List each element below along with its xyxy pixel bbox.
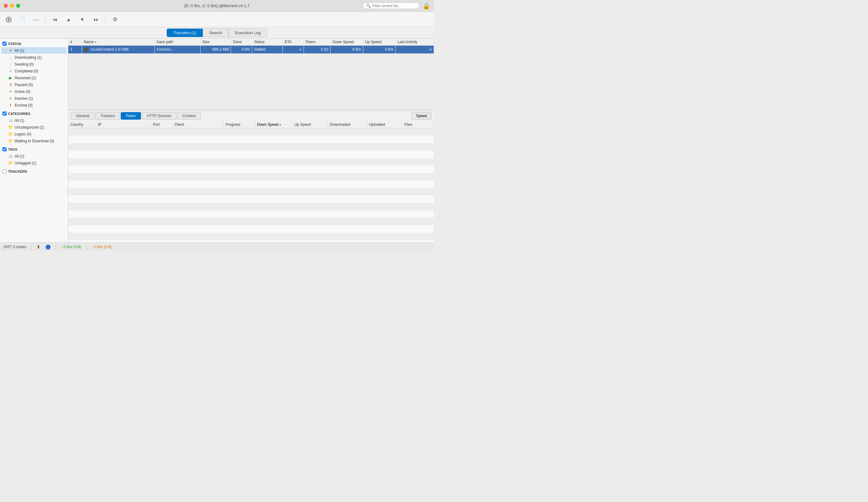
sidebar-item-paused[interactable]: ⏸ Paused (0) [1, 81, 67, 88]
sidebar-item-label: Downloading (1) [14, 55, 42, 60]
categories-section-header: CATEGORIES [0, 110, 68, 117]
sidebar-item-untagged[interactable]: 📁 Untagged (1) [1, 160, 67, 166]
sidebar-item-label: Active (0) [14, 89, 30, 94]
name-sort-arrow: ▾ [95, 40, 96, 44]
peers-col-uploaded[interactable]: Uploaded [367, 121, 402, 128]
tab-trackers[interactable]: Trackers [95, 112, 120, 120]
inactive-icon: ▾ [8, 96, 13, 101]
active-icon: ▾ [8, 89, 13, 94]
resume-button[interactable]: ▲ [63, 14, 74, 25]
status-section-header: STATUS [0, 40, 68, 47]
tab-content[interactable]: Content [177, 112, 201, 120]
settings-button[interactable]: ⚙ [109, 14, 121, 25]
sidebar-item-label: Resumed (1) [14, 76, 36, 80]
col-header-eta[interactable]: ETA [282, 39, 303, 46]
peers-col-files[interactable]: Files [402, 121, 434, 128]
col-header-savepath[interactable]: Save path [154, 39, 200, 46]
tab-transfers[interactable]: Transfers (1) [167, 29, 203, 37]
table-row [68, 188, 434, 195]
tab-http-sources[interactable]: HTTP Sources [142, 112, 176, 120]
table-row [68, 180, 434, 188]
sidebar-item-label: Uncategorized (1) [14, 125, 44, 130]
table-row [68, 218, 434, 225]
toolbar: 📄 — ⏮ ▲ ▼ ⏭ ⚙ [0, 12, 434, 27]
sidebar-item-all-status[interactable]: ▾ All (1) [1, 47, 67, 54]
col-header-status[interactable]: Status [252, 39, 283, 46]
status-label: STATUS [8, 42, 21, 46]
table-row[interactable]: 1 ccLiveContent-1.0-i386 /Users/o... 686… [68, 46, 434, 54]
table-row [68, 203, 434, 210]
sidebar-item-completed[interactable]: ✓ Completed (0) [1, 68, 67, 74]
pause-all-button[interactable]: ⏭ [90, 14, 102, 25]
col-header-downspeed[interactable]: Down Speed [331, 39, 363, 46]
torrent-table: # Name ▾ Save path Size Done Status ETA … [68, 39, 434, 54]
categories-checkbox[interactable] [2, 111, 7, 116]
cell-num: 1 [68, 46, 82, 54]
cell-eta: ∞ [282, 46, 303, 54]
col-header-done[interactable]: Done [231, 39, 252, 46]
sidebar: STATUS ▾ All (1) ↓ Downloading (1) ↑ See… [0, 39, 68, 242]
col-header-name[interactable]: Name ▾ [82, 39, 154, 46]
speed-button[interactable]: Speed [411, 112, 432, 120]
peers-col-client[interactable]: Client [173, 121, 224, 128]
col-header-peers[interactable]: Peers [303, 39, 330, 46]
table-row [68, 136, 434, 143]
sidebar-item-active[interactable]: ▾ Active (0) [1, 88, 67, 95]
col-header-upspeed[interactable]: Up Speed [363, 39, 395, 46]
trackers-section-header: TRACKERS [0, 168, 68, 174]
tags-checkbox[interactable] [2, 147, 7, 151]
sidebar-item-label: All (1) [14, 154, 24, 159]
download-indicator-icon: 🔵 [45, 244, 51, 249]
tab-execution-log[interactable]: Execution Log [228, 29, 267, 37]
sidebar-item-waiting-to-download[interactable]: 📁 Waiting to Download (0) [1, 138, 67, 144]
maximize-button[interactable] [16, 4, 20, 8]
cell-lastactivity: ∞ [395, 46, 434, 54]
pause-icon: ▼ [80, 17, 85, 22]
peers-table-body [68, 128, 434, 243]
tab-search[interactable]: Search [203, 29, 228, 37]
peers-col-upspeed[interactable]: Up Speed [292, 121, 328, 128]
sidebar-item-legion[interactable]: 📁 Legion (0) [1, 131, 67, 137]
add-torrent-button[interactable] [3, 14, 14, 25]
sidebar-item-downloading[interactable]: ↓ Downloading (1) [1, 54, 67, 61]
peers-col-downspeed[interactable]: Down Speed ▾ [255, 121, 292, 128]
sidebar-item-label: Waiting to Download (0) [14, 139, 54, 143]
sidebar-item-seeding[interactable]: ↑ Seeding (0) [1, 61, 67, 68]
bottom-tabs-left: General Trackers Peers HTTP Sources Cont… [71, 112, 201, 120]
col-header-lastactivity[interactable]: Last Activity [395, 39, 434, 46]
peers-col-ip[interactable]: IP [96, 121, 151, 128]
peers-panel: Country IP Port Client Progress Down Spe… [68, 121, 434, 242]
window-title: [D: 0 B/s, U: 0 B/s] qBittorrent v4.1.7 [184, 3, 250, 8]
sidebar-item-tag-all[interactable]: 🗂 All (1) [1, 153, 67, 159]
peers-col-port[interactable]: Port [151, 121, 173, 128]
tags-label: TAGS [8, 148, 17, 151]
torrent-table-body: 1 ccLiveContent-1.0-i386 /Users/o... 686… [68, 46, 434, 54]
col-header-num[interactable]: # [68, 39, 82, 46]
paused-icon: ⏸ [8, 82, 13, 87]
sidebar-item-errored[interactable]: ! Errored (0) [1, 102, 67, 108]
remove-icon: — [33, 17, 39, 22]
tab-general[interactable]: General [71, 112, 95, 120]
trackers-checkbox[interactable] [2, 169, 7, 173]
peers-col-downloaded[interactable]: Downloaded [328, 121, 367, 128]
col-header-size[interactable]: Size [200, 39, 231, 46]
cell-downspeed: 0 B/s [331, 46, 363, 54]
resume-all-button[interactable]: ⏮ [49, 14, 61, 25]
sidebar-item-cat-all[interactable]: 🗂 All (1) [1, 117, 67, 124]
sidebar-item-resumed[interactable]: ▶ Resumed (1) [1, 74, 67, 81]
peers-col-country[interactable]: Country [68, 121, 96, 128]
status-checkbox[interactable] [2, 42, 7, 46]
sidebar-item-uncategorized[interactable]: 📁 Uncategorized (1) [1, 124, 67, 130]
sidebar-item-inactive[interactable]: ▾ Inactive (1) [1, 95, 67, 102]
add-torrent-icon [6, 17, 12, 23]
filter-box[interactable]: 🔍 [363, 2, 419, 9]
sidebar-item-label: Inactive (1) [14, 96, 33, 101]
peers-col-progress[interactable]: Progress [224, 121, 255, 128]
tab-peers[interactable]: Peers [121, 112, 141, 120]
minimize-button[interactable] [10, 4, 14, 8]
pause-button[interactable]: ▼ [77, 14, 88, 25]
filter-input[interactable] [372, 4, 416, 8]
add-magnet-button[interactable]: 📄 [17, 14, 28, 25]
remove-button[interactable]: — [30, 14, 42, 25]
close-button[interactable] [4, 4, 8, 8]
